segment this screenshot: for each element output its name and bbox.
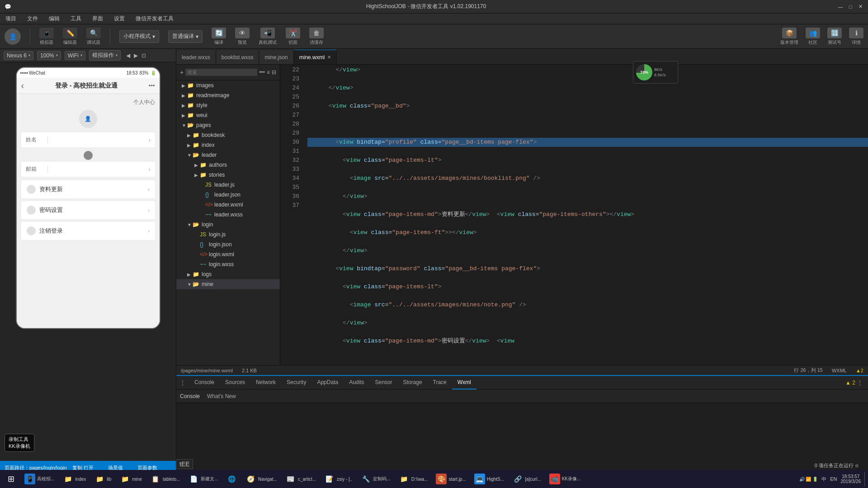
taskbar-item-gaoxiao[interactable]: 📱 高校招... [21,471,58,487]
tree-item-images[interactable]: ▶ 📁 images [176,80,280,90]
phone-menu-password[interactable]: 密码设置 › [21,201,155,219]
tree-item-leader-js[interactable]: JS leader.js [176,180,280,190]
collapse-icon[interactable]: ⊟ [272,69,276,75]
menu-wechat-devtools[interactable]: 微信开发者工具 [134,14,175,23]
taskbar-item-kk[interactable]: 📹 KK录像... [546,471,585,487]
tree-item-logs[interactable]: ▶ 📁 logs [176,269,280,279]
taskbar-item-browser[interactable]: 🌐 [223,471,241,487]
taskbar-item-index[interactable]: 📁 index [59,471,90,487]
tree-item-login-wxml[interactable]: </> login.wxml [176,249,280,259]
clear-cache-button[interactable]: 🗑 清缓存 [309,28,324,46]
menu-settings[interactable]: 设置 [112,14,127,23]
menu-ui[interactable]: 界面 [90,14,105,23]
tree-item-login[interactable]: ▼ 📂 login [176,220,280,230]
tree-item-bookdesk[interactable]: ▶ 📁 bookdesk [176,130,280,140]
phone-back-button[interactable]: ‹ [21,80,24,91]
code-editor[interactable]: 22 23 24 25 26 27 28 29 30 31 32 33 34 3… [280,65,868,365]
taskbar-item-hights[interactable]: 💻 HightS... [471,471,508,487]
device-fullscreen[interactable]: ⊡ [142,52,146,59]
compile-button[interactable]: 🔄 编译 [212,28,226,46]
debug-more-icon[interactable]: ⋮ [857,380,863,386]
more-icon[interactable]: ••• [259,69,265,75]
taskbar-item-lib[interactable]: 📁 lib [90,471,115,487]
minimize-button[interactable]: — [837,4,844,10]
device-nav-back[interactable]: ◀ [126,52,130,59]
taskbar-item-tableto[interactable]: 📋 tableto... [146,471,184,487]
plus-icon[interactable]: + [180,69,184,76]
sort-icon[interactable]: ≡ [267,69,270,75]
tab-booklist-wxss[interactable]: booklist.wxss [216,50,259,64]
tree-item-login-wxss[interactable]: ~~ login.wxss [176,259,280,269]
taskbar-item-dwa[interactable]: 📁 D:\\wa... [395,471,432,487]
menu-edit[interactable]: 编辑 [47,14,61,23]
tree-item-leader-json[interactable]: {} leader.json [176,190,280,200]
whats-new-sub-tab[interactable]: What's New [207,393,236,399]
phone-menu-update[interactable]: 资料更新 › [21,180,155,198]
wifi-selector[interactable]: WiFi ▾ [65,51,85,60]
tree-item-leader-wxss[interactable]: ~~ leader.wxss [176,210,280,220]
simulate-selector[interactable]: 模拟操作 ▾ [89,50,121,61]
console-sub-tab[interactable]: Console [180,393,200,399]
debugger-button[interactable]: 🔍 调试器 [86,28,101,46]
tree-item-readmeimage[interactable]: ▶ 📁 readmeimage [176,90,280,100]
cut-button[interactable]: ✂️ 切面 [286,28,300,46]
taskbar-item-zsiy[interactable]: 📝 zsiy - [.. [321,471,356,487]
version-mgmt-button[interactable]: 📦 版本管理 [780,28,798,46]
tree-item-leader-wxml[interactable]: </> leader.wxml [176,200,280,210]
community-button[interactable]: 👥 社区 [806,28,820,46]
taskbar-item-curl[interactable]: 🔗 [a]curl... [509,471,545,487]
tree-item-pages[interactable]: ▼ 📂 pages [176,120,280,130]
detail-button[interactable]: ℹ 详情 [849,28,863,46]
tree-item-stories[interactable]: ▶ 📁 stories [176,170,280,180]
taskbar-item-newdoc[interactable]: 📄 新建文... [184,471,222,487]
debug-tab-wxml[interactable]: Wxml [452,376,476,389]
test-num-button[interactable]: 🔢 测试号 [827,28,842,46]
debug-tab-sources[interactable]: Sources [220,376,250,389]
simulator-button[interactable]: 📱 模拟器 [39,28,54,46]
preview-button[interactable]: 👁 预览 [235,28,250,46]
tree-item-login-js[interactable]: JS login.js [176,230,280,239]
tab-leader-wxss[interactable]: leader.wxss [176,50,216,64]
debug-tab-storage[interactable]: Storage [398,376,428,389]
debug-tab-security[interactable]: Security [281,376,311,389]
taskbar-item-article[interactable]: 📰 c_articl... [282,471,320,487]
tab-close-mine-wxml[interactable]: ✕ [327,55,331,60]
device-debug-button[interactable]: 📲 真机调试 [259,28,277,46]
maximize-button[interactable]: □ [847,4,854,10]
tree-item-weui[interactable]: ▶ 📁 weui [176,110,280,120]
taskbar-item-custom[interactable]: 🔧 定制码... [357,471,394,487]
tree-item-style[interactable]: ▶ 📁 style [176,100,280,110]
tree-item-authors[interactable]: ▶ 📁 authors [176,160,280,170]
tree-item-mine[interactable]: ▼ 📂 mine [176,279,280,289]
menu-tools[interactable]: 工具 [69,14,83,23]
taskbar-item-startjp[interactable]: 🎨 start.jp... [432,471,469,487]
file-tree-search[interactable] [185,69,257,76]
taskbar-start-button[interactable]: ⊞ [2,471,20,487]
zoom-selector[interactable]: 100% ▾ [37,51,61,60]
compile-selector[interactable]: 普通编译 ▾ [168,30,203,43]
menu-project[interactable]: 项目 [4,14,18,23]
tab-mine-wxml[interactable]: mine.wxml ✕ [294,50,337,64]
debug-tab-trace[interactable]: Trace [428,376,452,389]
tree-item-index[interactable]: ▶ 📁 index [176,140,280,150]
device-nav-fwd[interactable]: ▶ [134,52,138,59]
taskbar-item-mine[interactable]: 📁 mine [116,471,146,487]
show-desktop-button[interactable] [864,472,866,486]
taskbar-item-navigate[interactable]: 🧭 Navigat... [242,471,281,487]
mode-selector[interactable]: 小程序模式 ▾ [119,30,159,43]
close-button[interactable]: ✕ [857,4,863,10]
tab-mine-json[interactable]: mine.json [259,50,293,64]
phone-more-button[interactable]: ••• [149,82,155,89]
debug-tab-network[interactable]: Network [250,376,281,389]
debug-tab-sensor[interactable]: Sensor [370,376,398,389]
user-avatar[interactable]: 👤 [5,28,21,45]
tree-item-login-json[interactable]: {} login.json [176,239,280,249]
debug-tab-appdata[interactable]: AppData [311,376,344,389]
debug-panel-options[interactable]: ⋮ [180,380,185,386]
phone-dot-button[interactable] [84,151,93,160]
editor-button[interactable]: ✏️ 编辑器 [63,28,77,46]
nexus-selector[interactable]: Nexus 6 ▾ [4,51,33,60]
debug-tab-audits[interactable]: Audits [344,376,369,389]
menu-file[interactable]: 文件 [25,14,40,23]
phone-menu-logout[interactable]: 注销登录 › [21,222,155,240]
